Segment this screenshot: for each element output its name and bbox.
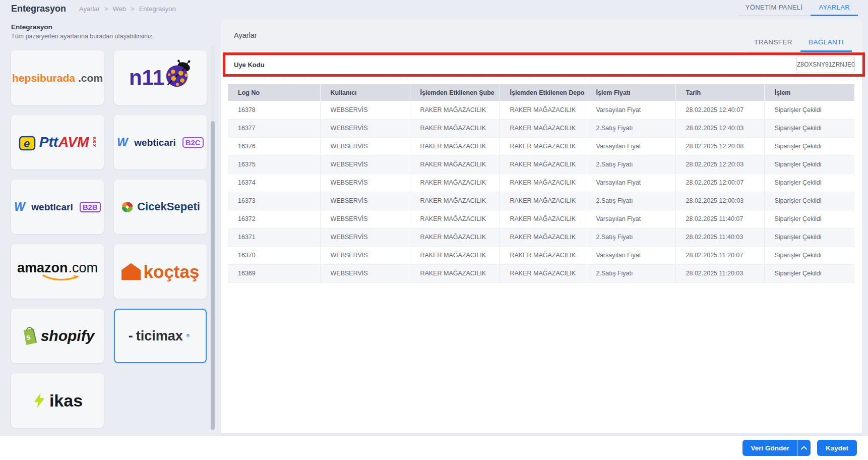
table-cell: 28.02.2025 12:40:07 [675, 101, 764, 119]
marketplace-card-ticimax[interactable]: -ticimax® [114, 309, 207, 363]
logo-text: B2C [182, 137, 204, 148]
logo-text: n11 [129, 67, 164, 88]
table-cell: RAKER MAĞAZACILIK [410, 119, 500, 137]
table-cell: Siparişler Çekildi [764, 137, 854, 155]
top-bar: Entegrasyon Ayarlar>Web>Entegrasyon YÖNE… [0, 0, 868, 17]
row-divider [226, 80, 857, 80]
settings-panel-title: Ayarlar [234, 31, 257, 39]
table-row[interactable]: 16378WEBSERVİSRAKER MAĞAZACILIKRAKER MAĞ… [228, 101, 854, 119]
table-cell: Siparişler Çekildi [764, 174, 854, 192]
webticari-w-icon: W [14, 201, 28, 213]
table-row[interactable]: 16371WEBSERVİSRAKER MAĞAZACILIKRAKER MAĞ… [228, 228, 854, 246]
send-data-button[interactable]: Veri Gönder [742, 440, 811, 456]
marketplace-card-hepsiburada[interactable]: hepsiburada.com [11, 50, 104, 105]
table-cell: 28.02.2025 11:40:07 [675, 210, 764, 228]
marketplace-card-ikas[interactable]: ikas [11, 373, 104, 428]
table-row[interactable]: 16375WEBSERVİSRAKER MAĞAZACILIKRAKER MAĞ… [228, 155, 854, 174]
table-cell: RAKER MAĞAZACILIK [500, 101, 586, 119]
table-cell: 28.02.2025 11:40:03 [675, 228, 764, 246]
marketplace-card-shopify[interactable]: sshopify [11, 309, 104, 363]
table-cell: Siparişler Çekildi [764, 101, 854, 119]
table-cell: Varsayılan Fiyat [586, 174, 675, 192]
table-row[interactable]: 16374WEBSERVİSRAKER MAĞAZACILIKRAKER MAĞ… [228, 174, 854, 192]
logo-text: - [129, 329, 133, 343]
table-cell: 16370 [228, 246, 320, 264]
table-cell: WEBSERVİS [320, 228, 410, 246]
table-row[interactable]: 16369WEBSERVİSRAKER MAĞAZACILIKRAKER MAĞ… [228, 264, 854, 282]
table-cell: RAKER MAĞAZACILIK [410, 174, 500, 192]
table-row[interactable]: 16372WEBSERVİSRAKER MAĞAZACILIKRAKER MAĞ… [228, 210, 854, 228]
marketplace-card-n11[interactable]: n11 [114, 50, 207, 105]
sidebar-intro-title: Entegrasyon [11, 23, 154, 31]
logo-text: webticari [31, 202, 73, 212]
action-footer: Veri Gönder Kaydet [0, 436, 868, 460]
koctas-house-icon [121, 262, 141, 280]
table-row[interactable]: 16373WEBSERVİSRAKER MAĞAZACILIKRAKER MAĞ… [228, 192, 854, 210]
table-cell: 28.02.2025 12:00:07 [675, 174, 764, 192]
chevron-up-icon[interactable] [797, 440, 811, 456]
marketplace-card-pttavm[interactable]: ePttAVM.com [11, 115, 104, 169]
tab-yonetim-paneli[interactable]: YÖNETİM PANELİ [737, 1, 811, 15]
table-cell: 28.02.2025 11:20:07 [675, 246, 764, 264]
sidebar-intro-description: Tüm pazaryerleri ayarlarına buradan ulaş… [11, 33, 154, 40]
table-cell: RAKER MAĞAZACILIK [500, 192, 586, 210]
marketplace-card-webticari-b2b[interactable]: WwebticariB2B [11, 180, 104, 234]
logo-text: hepsiburada [12, 73, 75, 83]
save-button[interactable]: Kaydet [817, 440, 857, 456]
table-cell: RAKER MAĞAZACILIK [410, 264, 500, 282]
settings-tabs: TRANSFER BAĞLANTI [746, 38, 852, 51]
table-cell: WEBSERVİS [320, 174, 410, 192]
table-row[interactable]: 16376WEBSERVİSRAKER MAĞAZACILIKRAKER MAĞ… [228, 137, 854, 155]
table-cell: Siparişler Çekildi [764, 264, 854, 282]
table-cell: WEBSERVİS [320, 119, 410, 137]
marketplace-card-ciceksepeti[interactable]: CicekSepeti [114, 180, 207, 234]
webticari-w-icon: W [117, 136, 131, 148]
table-cell: Varsayılan Fiyat [586, 210, 675, 228]
table-cell: Varsayılan Fiyat [586, 101, 675, 119]
marketplace-card-webticari-b2c[interactable]: WwebticariB2C [114, 115, 207, 169]
table-cell: 16374 [228, 174, 320, 192]
table-cell: Siparişler Çekildi [764, 192, 854, 210]
sidebar-scrollbar-track[interactable] [211, 45, 215, 431]
settings-panel-header: Ayarlar TRANSFER BAĞLANTI [221, 19, 862, 51]
svg-text:W: W [117, 136, 129, 148]
logo-text: webticari [134, 138, 175, 147]
logo-text: koçtaş [144, 263, 200, 280]
table-row[interactable]: 16377WEBSERVİSRAKER MAĞAZACILIKRAKER MAĞ… [228, 119, 854, 137]
breadcrumb-item[interactable]: Entegrasyon [139, 5, 176, 13]
table-cell: RAKER MAĞAZACILIK [410, 210, 500, 228]
tab-ayarlar[interactable]: AYARLAR [811, 1, 858, 15]
table-cell: WEBSERVİS [320, 137, 410, 155]
logo-text: Ptt [39, 135, 58, 149]
table-row[interactable]: 16370WEBSERVİSRAKER MAĞAZACILIKRAKER MAĞ… [228, 246, 854, 264]
table-cell: RAKER MAĞAZACILIK [500, 137, 586, 155]
table-cell: Siparişler Çekildi [764, 155, 854, 174]
tab-transfer[interactable]: TRANSFER [746, 38, 800, 51]
table-cell: WEBSERVİS [320, 210, 410, 228]
breadcrumb-item[interactable]: Ayarlar [79, 5, 100, 13]
settings-panel: Ayarlar TRANSFER BAĞLANTI Uye Kodu Log N… [221, 19, 862, 433]
breadcrumb-item[interactable]: Web [113, 5, 127, 13]
table-cell: 16373 [228, 192, 320, 210]
tab-baglanti[interactable]: BAĞLANTI [800, 38, 852, 51]
marketplace-card-amazon[interactable]: amazon.com [11, 244, 104, 299]
column-header: İşlemden Etkilenen Şube [410, 84, 500, 101]
table-cell: 2.Satış Fiyatı [586, 119, 675, 137]
marketplace-card-koctas[interactable]: koçtaş [114, 244, 207, 299]
logo-text: CicekSepeti [137, 201, 200, 212]
table-cell: RAKER MAĞAZACILIK [410, 246, 500, 264]
ladybug-icon [163, 60, 192, 88]
logo-text: B2B [80, 202, 101, 212]
breadcrumb-separator: > [131, 5, 135, 13]
table-cell: Siparişler Çekildi [764, 246, 854, 264]
log-table-wrap: Log NoKullanıcıİşlemden Etkilenen Şubeİş… [228, 84, 854, 283]
column-header: Kullanıcı [320, 84, 410, 101]
table-cell: 16369 [228, 264, 320, 282]
table-cell: RAKER MAĞAZACILIK [500, 210, 586, 228]
table-cell: Siparişler Çekildi [764, 210, 854, 228]
sidebar-scrollbar-thumb[interactable] [211, 121, 215, 430]
member-code-label: Uye Kodu [234, 61, 265, 69]
member-code-input[interactable] [796, 56, 855, 73]
table-cell: 16377 [228, 119, 320, 137]
top-nav-tabs: YÖNETİM PANELİ AYARLAR [737, 0, 858, 16]
